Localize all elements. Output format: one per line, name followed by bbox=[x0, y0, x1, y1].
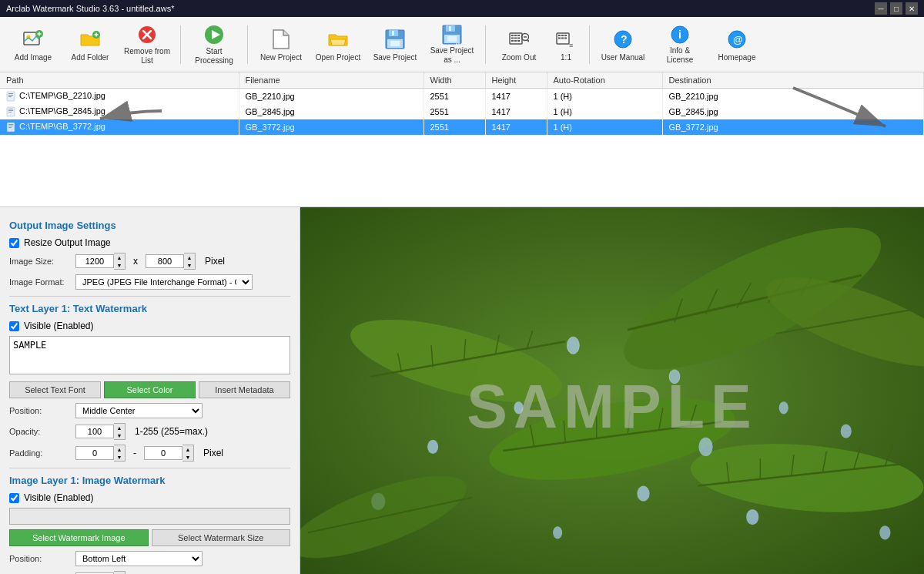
svg-rect-33 bbox=[517, 40, 520, 42]
svg-rect-17 bbox=[390, 41, 400, 46]
width-down-btn[interactable]: ▼ bbox=[114, 261, 125, 269]
text-opacity-input[interactable]: 100 bbox=[75, 425, 114, 438]
cell-height: 1417 bbox=[485, 104, 547, 119]
zoom-1-1-label: 1:1 bbox=[561, 53, 571, 62]
cell-auto-rotation: 1 (H) bbox=[547, 119, 662, 135]
size-unit: Pixel bbox=[205, 256, 225, 267]
text-position-select[interactable]: Middle Center bbox=[75, 403, 203, 418]
pad-sep: - bbox=[133, 448, 136, 458]
close-button[interactable]: ✕ bbox=[906, 2, 918, 15]
svg-point-99 bbox=[779, 401, 788, 414]
text-pad2-up[interactable]: ▲ bbox=[182, 445, 193, 453]
info-icon: i bbox=[668, 25, 692, 45]
col-width: Width bbox=[424, 72, 485, 89]
resize-checkbox[interactable] bbox=[9, 238, 19, 248]
zoom-out-button[interactable]: Zoom Out bbox=[492, 21, 546, 69]
homepage-label: Homepage bbox=[718, 53, 756, 62]
watermark-text-input[interactable]: SAMPLE bbox=[9, 336, 290, 374]
height-spinner: 800 ▲ ▼ bbox=[146, 253, 196, 270]
text-pad1-up[interactable]: ▲ bbox=[114, 445, 125, 453]
select-color-button[interactable]: Select Color bbox=[104, 381, 196, 398]
user-manual-button[interactable]: ? User Manual bbox=[596, 21, 650, 69]
save-project-button[interactable]: Save Project bbox=[368, 21, 422, 69]
cell-filename: GB_3772.jpg bbox=[239, 119, 424, 135]
height-down-btn[interactable]: ▼ bbox=[184, 261, 195, 269]
text-opacity-range: 1-255 (255=max.) bbox=[135, 426, 208, 437]
remove-from-list-button[interactable]: Remove from List bbox=[120, 21, 174, 69]
table-row[interactable]: C:\TEMP\GB_2845.jpg GB_2845.jpg 2551 141… bbox=[0, 104, 924, 119]
homepage-button[interactable]: @ Homepage bbox=[710, 21, 764, 69]
text-padding-row: Padding: 0 ▲ ▼ - 0 ▲ ▼ Pixel bbox=[9, 445, 290, 462]
minimize-button[interactable]: ─ bbox=[875, 2, 887, 15]
img-position-label: Position: bbox=[9, 554, 71, 563]
remove-from-list-label: Remove from List bbox=[124, 47, 170, 65]
svg-rect-52 bbox=[8, 93, 13, 94]
divider2 bbox=[9, 468, 290, 468]
text-padding-label: Padding: bbox=[9, 448, 71, 458]
text-pad2-down[interactable]: ▼ bbox=[182, 453, 193, 461]
img-position-row: Position: Bottom Left bbox=[9, 551, 290, 566]
select-watermark-size-button[interactable]: Select Watermark Size bbox=[152, 529, 291, 546]
text-pad2-input[interactable]: 0 bbox=[144, 446, 182, 460]
toolbar: Add Image Add Folder Remove from List bbox=[0, 17, 924, 72]
format-select[interactable]: JPEG (JPEG File Interchange Format) - Qu… bbox=[75, 274, 253, 290]
save-project-as-label: Save Project as ... bbox=[429, 46, 475, 65]
insert-metadata-button[interactable]: Insert Metadata bbox=[199, 381, 290, 398]
img-visible-checkbox[interactable] bbox=[9, 493, 19, 503]
save-project-as-button[interactable]: … Save Project as ... bbox=[425, 21, 479, 69]
text-pad1-down[interactable]: ▼ bbox=[114, 453, 125, 461]
svg-rect-20 bbox=[449, 26, 451, 31]
format-label: Image Format: bbox=[9, 277, 71, 287]
width-up-btn[interactable]: ▲ bbox=[114, 253, 125, 261]
cell-filename: GB_2845.jpg bbox=[239, 104, 424, 119]
image-format-row: Image Format: JPEG (JPEG File Interchang… bbox=[9, 274, 290, 290]
svg-rect-29 bbox=[514, 37, 517, 39]
add-image-label: Add Image bbox=[15, 53, 52, 62]
img-position-select[interactable]: Bottom Left bbox=[75, 551, 203, 566]
text-visible-checkbox[interactable] bbox=[9, 321, 19, 331]
svg-rect-56 bbox=[8, 109, 13, 109]
text-opacity-up[interactable]: ▲ bbox=[114, 424, 125, 431]
text-opacity-row: Opacity: 100 ▲ ▼ 1-255 (255=max.) bbox=[9, 423, 290, 440]
watermark-image-preview bbox=[9, 508, 290, 525]
main-content: Output Image Settings Resize Output Imag… bbox=[0, 207, 924, 574]
img-visible-label: Visible (Enabled) bbox=[24, 492, 94, 503]
zoom-1-1-button[interactable]: ≡ 1:1 bbox=[549, 21, 583, 69]
cell-height: 1417 bbox=[485, 119, 547, 135]
info-license-button[interactable]: i Info & License bbox=[653, 21, 707, 69]
svg-point-104 bbox=[746, 509, 758, 525]
add-image-button[interactable]: Add Image bbox=[6, 21, 60, 69]
new-project-button[interactable]: New Project bbox=[254, 21, 308, 69]
sep4 bbox=[589, 25, 590, 64]
height-input[interactable]: 800 bbox=[146, 254, 184, 268]
select-text-font-button[interactable]: Select Text Font bbox=[9, 381, 101, 398]
img-btn-row: Select Watermark Image Select Watermark … bbox=[9, 529, 290, 546]
select-watermark-image-button[interactable]: Select Watermark Image bbox=[9, 529, 149, 546]
height-up-btn[interactable]: ▲ bbox=[184, 253, 195, 261]
cell-auto-rotation: 1 (H) bbox=[547, 104, 662, 119]
start-processing-button[interactable]: Start Processing bbox=[187, 21, 241, 69]
width-input[interactable]: 1200 bbox=[75, 254, 114, 268]
svg-rect-38 bbox=[558, 35, 561, 36]
svg-point-98 bbox=[427, 440, 438, 454]
table-row[interactable]: C:\TEMP\GB_3772.jpg GB_3772.jpg 2551 141… bbox=[0, 119, 924, 135]
text-pad1-input[interactable]: 0 bbox=[75, 446, 114, 460]
text-opacity-label: Opacity: bbox=[9, 427, 71, 436]
svg-rect-41 bbox=[558, 37, 561, 39]
text-opacity-down[interactable]: ▼ bbox=[114, 431, 125, 439]
watermark-overlay-text: SAMPLE bbox=[467, 373, 758, 441]
maximize-button[interactable]: □ bbox=[890, 2, 902, 15]
homepage-icon: @ bbox=[725, 27, 749, 52]
table-row[interactable]: C:\TEMP\GB_2210.jpg GB_2210.jpg 2551 141… bbox=[0, 89, 924, 105]
zoom-1-1-icon: ≡ bbox=[554, 27, 578, 52]
add-folder-button[interactable]: Add Folder bbox=[63, 21, 117, 69]
sep2 bbox=[247, 25, 248, 64]
svg-text:i: i bbox=[678, 29, 681, 41]
text-visible-row: Visible (Enabled) bbox=[9, 321, 290, 331]
img-visible-row: Visible (Enabled) bbox=[9, 492, 290, 503]
svg-point-103 bbox=[553, 526, 562, 539]
zoom-out-icon bbox=[507, 27, 531, 52]
cell-width: 2551 bbox=[424, 104, 485, 119]
open-project-button[interactable]: Open Project bbox=[311, 21, 365, 69]
app-title: Arclab Watermark Studio 3.63 - untitled.… bbox=[6, 4, 174, 13]
